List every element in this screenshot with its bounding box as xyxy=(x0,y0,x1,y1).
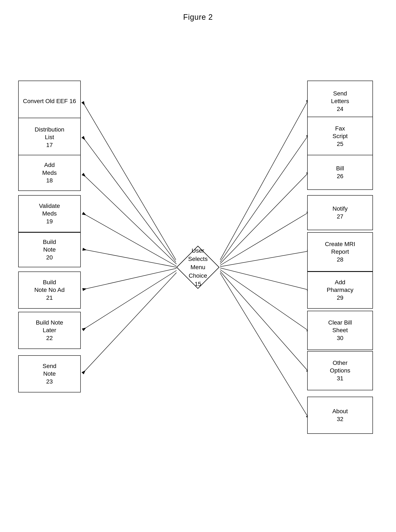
node-22: Build NoteLater22 xyxy=(18,312,81,349)
node-24: SendLetters24 xyxy=(307,81,373,122)
node-18: AddMeds18 xyxy=(18,155,81,191)
node-19: ValidateMeds19 xyxy=(18,195,81,232)
node-31: OtherOptions31 xyxy=(307,351,373,390)
node-32: About32 xyxy=(307,397,373,434)
svg-line-8 xyxy=(83,270,176,330)
node-26: Bill26 xyxy=(307,155,373,190)
svg-line-7 xyxy=(83,268,176,290)
node-21: BuildNote No Ad21 xyxy=(18,271,81,309)
node-30: Clear BillSheet30 xyxy=(307,311,373,350)
svg-line-4 xyxy=(83,174,176,264)
node-16: Convert Old EEF 16 xyxy=(18,81,81,122)
node-28: Create MRIReport28 xyxy=(307,232,373,271)
svg-line-12 xyxy=(220,174,307,264)
svg-line-2 xyxy=(83,102,176,260)
svg-line-14 xyxy=(220,251,307,267)
node-29: AddPharmacy29 xyxy=(307,271,373,309)
node-20: BuildNote20 xyxy=(18,232,81,267)
node-23: SendNote23 xyxy=(18,355,81,392)
diamond-node: UserSelectsMenuChoice15 xyxy=(176,245,220,290)
diamond-label: UserSelectsMenuChoice15 xyxy=(181,246,215,288)
svg-line-11 xyxy=(220,137,307,262)
svg-line-3 xyxy=(83,137,176,262)
node-17: DistributionList17 xyxy=(18,118,81,157)
node-25: FaxScript25 xyxy=(307,117,373,156)
node-27: Notify27 xyxy=(307,195,373,230)
svg-line-13 xyxy=(220,213,307,265)
svg-line-9 xyxy=(83,273,176,373)
svg-line-10 xyxy=(220,102,307,260)
svg-line-18 xyxy=(220,273,307,416)
